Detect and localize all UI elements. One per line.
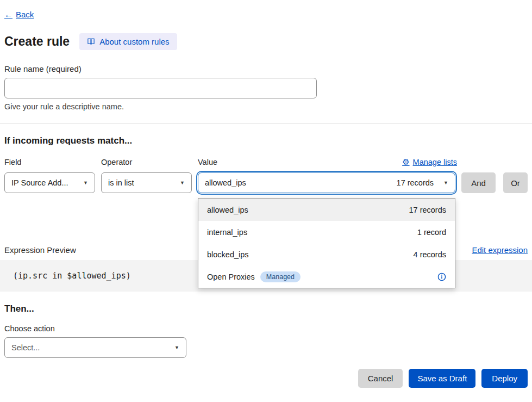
list-option-name: Open Proxies [207,273,255,281]
chevron-down-icon: ▼ [83,181,88,185]
operator-select[interactable]: is in list ▼ [101,172,192,193]
rule-name-label: Rule name (required) [4,64,528,73]
action-select-value: Select... [11,343,40,352]
list-option-meta: 4 records [414,250,446,259]
about-custom-rules-link[interactable]: About custom rules [79,33,177,50]
field-select[interactable]: IP Source Add... ▼ [4,172,95,193]
value-label: Value [198,158,217,166]
choose-action-label: Choose action [4,324,528,333]
value-select-meta: 17 records [397,178,434,187]
operator-select-value: is in list [108,178,134,187]
chevron-down-icon: ▼ [443,181,448,185]
manage-lists-label: Manage lists [413,158,457,166]
match-labels-row: Field Operator Value ⚙Manage lists [4,157,528,167]
page-title: Create rule [4,34,70,49]
list-option-name: allowed_ips [207,206,248,214]
deploy-button[interactable]: Deploy [481,369,528,388]
value-select[interactable]: allowed_ips 17 records ▼ [198,172,455,193]
list-dropdown-menu: allowed_ips 17 records internal_ips 1 re… [198,198,455,288]
list-option-name: internal_ips [207,228,247,237]
chevron-down-icon: ▼ [180,181,185,185]
managed-badge: Managed [260,271,301,282]
section-divider [0,123,532,123]
gear-icon: ⚙ [402,157,409,167]
and-button[interactable]: And [461,172,496,193]
value-select-value: allowed_ips [205,178,246,187]
edit-expression-link[interactable]: Edit expression [472,245,528,255]
list-option-meta: 17 records [409,206,446,214]
back-link[interactable]: ←Back [4,10,34,19]
list-option-name: blocked_ips [207,250,249,259]
back-arrow-icon: ← [4,10,12,19]
info-icon[interactable] [437,273,446,281]
list-option-blocked-ips[interactable]: blocked_ips 4 records [198,243,455,265]
field-select-value: IP Source Add... [11,178,68,187]
list-option-open-proxies[interactable]: Open Proxies Managed [198,265,455,288]
back-label: Back [16,10,34,19]
or-button[interactable]: Or [503,172,528,193]
rule-name-input[interactable] [4,78,317,98]
list-option-meta: 1 record [417,228,446,237]
list-option-internal-ips[interactable]: internal_ips 1 record [198,221,455,243]
save-as-draft-button[interactable]: Save as Draft [409,369,475,388]
field-label: Field [4,158,101,166]
action-select[interactable]: Select... ▼ [4,337,186,358]
about-custom-rules-label: About custom rules [99,37,169,46]
list-option-allowed-ips[interactable]: allowed_ips 17 records [198,199,455,221]
then-section-heading: Then... [4,304,528,314]
operator-label: Operator [101,158,198,166]
rule-name-helper: Give your rule a descriptive name. [4,102,528,111]
cancel-button[interactable]: Cancel [358,369,403,388]
book-icon [87,38,95,46]
chevron-down-icon: ▼ [174,345,179,350]
expression-preview-label: Expression Preview [4,245,76,255]
manage-lists-link[interactable]: ⚙Manage lists [402,157,457,167]
match-section-heading: If incoming requests match... [4,135,528,146]
